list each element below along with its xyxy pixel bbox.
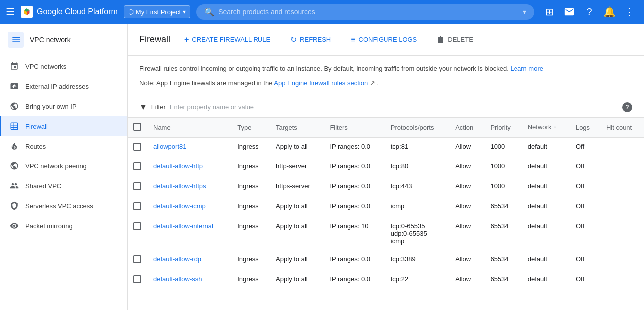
row-targets: Apply to all bbox=[270, 270, 324, 290]
rule-name-link[interactable]: default-allow-https bbox=[153, 182, 206, 190]
app-engine-link[interactable]: App Engine firewall rules section bbox=[274, 79, 368, 87]
sidebar-header: VPC network bbox=[0, 24, 127, 56]
search-bar[interactable]: 🔍 ▾ bbox=[196, 4, 534, 20]
notifications-button[interactable]: 🔔 bbox=[600, 3, 618, 21]
row-select-checkbox[interactable] bbox=[133, 255, 141, 263]
sidebar-item-firewall[interactable]: Firewall bbox=[0, 116, 127, 136]
sidebar-item-external-ip[interactable]: External IP addresses bbox=[0, 76, 127, 96]
menu-icon[interactable]: ☰ bbox=[6, 6, 15, 18]
svg-rect-0 bbox=[11, 123, 18, 130]
row-protocols: tcp:443 bbox=[385, 177, 449, 197]
col-logs: Logs bbox=[570, 118, 600, 138]
learn-more-link[interactable]: Learn more bbox=[511, 65, 543, 72]
sidebar-item-bring-your-own[interactable]: Bring your own IP bbox=[0, 96, 127, 116]
sidebar-item-label: Bring your own IP bbox=[25, 103, 77, 110]
row-targets: http-server bbox=[270, 157, 324, 177]
row-action: Allow bbox=[449, 250, 484, 270]
row-select-checkbox[interactable] bbox=[133, 162, 141, 170]
app-logo: Google Cloud Platform bbox=[21, 6, 118, 18]
row-checkbox bbox=[128, 137, 147, 157]
serverless-icon bbox=[9, 201, 19, 211]
row-targets: Apply to all bbox=[270, 250, 324, 270]
filter-help-icon[interactable]: ? bbox=[622, 102, 632, 112]
help-button[interactable]: ? bbox=[580, 3, 598, 21]
row-filters: IP ranges: 10 bbox=[324, 217, 385, 250]
row-protocols: icmp bbox=[385, 197, 449, 217]
col-targets: Targets bbox=[270, 118, 324, 138]
row-select-checkbox[interactable] bbox=[133, 202, 141, 210]
row-type: Ingress bbox=[231, 217, 270, 250]
project-selector[interactable]: ⬡ My First Project ▾ bbox=[124, 5, 190, 18]
rule-name-link[interactable]: allowport81 bbox=[153, 143, 187, 150]
create-firewall-rule-button[interactable]: + CREATE FIREWALL RULE bbox=[178, 32, 276, 47]
filter-label: Filter bbox=[151, 103, 166, 111]
configure-logs-button[interactable]: ≡ CONFIGURE LOGS bbox=[345, 32, 423, 47]
row-priority: 65534 bbox=[484, 217, 521, 250]
sidebar-item-vpc-networks[interactable]: VPC networks bbox=[0, 56, 127, 76]
refresh-button[interactable]: ↻ REFRESH bbox=[284, 32, 337, 47]
row-name: default-allow-icmp bbox=[147, 197, 231, 217]
sidebar-item-routes[interactable]: Routes bbox=[0, 136, 127, 156]
row-type: Ingress bbox=[231, 197, 270, 217]
row-priority: 1000 bbox=[484, 157, 521, 177]
row-priority: 65534 bbox=[484, 270, 521, 290]
row-network: default bbox=[522, 270, 570, 290]
row-select-checkbox[interactable] bbox=[133, 275, 141, 283]
row-action: Allow bbox=[449, 270, 484, 290]
row-hit-count bbox=[600, 217, 644, 250]
sort-icon: ↑ bbox=[553, 123, 557, 131]
row-logs: Off bbox=[570, 217, 600, 250]
row-targets: https-server bbox=[270, 177, 324, 197]
row-filters: IP ranges: 0.0 bbox=[324, 177, 385, 197]
support-button[interactable] bbox=[560, 3, 578, 21]
external-ip-icon bbox=[9, 81, 19, 91]
main-content: Firewall + CREATE FIREWALL RULE ↻ REFRES… bbox=[128, 24, 644, 310]
more-options-button[interactable]: ⋮ bbox=[620, 3, 638, 21]
row-network: default bbox=[522, 177, 570, 197]
bring-your-own-icon bbox=[9, 101, 19, 111]
packet-mirroring-icon bbox=[9, 221, 19, 231]
rule-name-link[interactable]: default-allow-ssh bbox=[153, 275, 202, 283]
row-hit-count bbox=[600, 250, 644, 270]
search-expand-icon[interactable]: ▾ bbox=[523, 8, 526, 16]
row-hit-count bbox=[600, 270, 644, 290]
sidebar-item-serverless[interactable]: Serverless VPC access bbox=[0, 196, 127, 216]
row-select-checkbox[interactable] bbox=[133, 143, 141, 151]
filter-input[interactable] bbox=[170, 103, 618, 111]
shared-vpc-icon bbox=[9, 181, 19, 191]
page-title: Firewall bbox=[139, 34, 170, 45]
search-input[interactable] bbox=[218, 8, 519, 16]
sidebar-item-packet-mirroring[interactable]: Packet mirroring bbox=[0, 216, 127, 236]
row-name: default-allow-http bbox=[147, 157, 231, 177]
info-section: Firewall rules control incoming or outgo… bbox=[128, 56, 644, 97]
row-select-checkbox[interactable] bbox=[133, 222, 141, 230]
sidebar-item-shared-vpc[interactable]: Shared VPC bbox=[0, 176, 127, 196]
row-protocols: tcp:81 bbox=[385, 137, 449, 157]
row-network: default bbox=[522, 157, 570, 177]
row-type: Ingress bbox=[231, 137, 270, 157]
col-network[interactable]: Network ↑ bbox=[522, 118, 570, 138]
main-layout: VPC network VPC networks External IP add… bbox=[0, 24, 644, 310]
apps-button[interactable]: ⊞ bbox=[540, 3, 558, 21]
rule-name-link[interactable]: default-allow-icmp bbox=[153, 202, 206, 210]
refresh-icon: ↻ bbox=[290, 35, 297, 44]
row-action: Allow bbox=[449, 137, 484, 157]
col-checkbox bbox=[128, 118, 147, 138]
delete-button[interactable]: 🗑 DELETE bbox=[431, 32, 479, 47]
row-select-checkbox[interactable] bbox=[133, 182, 141, 190]
table-row: default-allow-http Ingress http-server I… bbox=[128, 157, 644, 177]
row-network: default bbox=[522, 197, 570, 217]
sidebar-item-peering[interactable]: VPC network peering bbox=[0, 156, 127, 176]
plus-icon: + bbox=[184, 35, 189, 44]
sidebar: VPC network VPC networks External IP add… bbox=[0, 24, 128, 310]
table-header-row: Name Type Targets Filters Protocols/port… bbox=[128, 118, 644, 138]
sidebar-item-label: Shared VPC bbox=[25, 182, 61, 190]
select-all-checkbox[interactable] bbox=[133, 123, 141, 131]
rule-name-link[interactable]: default-allow-http bbox=[153, 162, 203, 170]
row-priority: 1000 bbox=[484, 137, 521, 157]
row-checkbox bbox=[128, 177, 147, 197]
rule-name-link[interactable]: default-allow-rdp bbox=[153, 255, 201, 263]
rule-name-link[interactable]: default-allow-internal bbox=[153, 222, 213, 230]
row-name: default-allow-internal bbox=[147, 217, 231, 250]
project-name: My First Project bbox=[136, 8, 181, 16]
